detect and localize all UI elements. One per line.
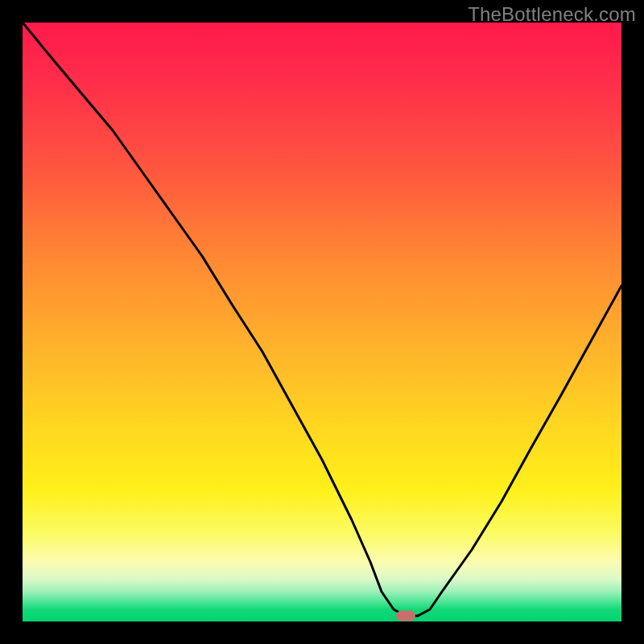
chart-frame: TheBottleneck.com bbox=[0, 0, 644, 644]
bottleneck-curve bbox=[23, 23, 621, 621]
optimal-marker bbox=[396, 610, 415, 621]
curve-path bbox=[23, 23, 621, 616]
plot-area bbox=[23, 23, 621, 621]
